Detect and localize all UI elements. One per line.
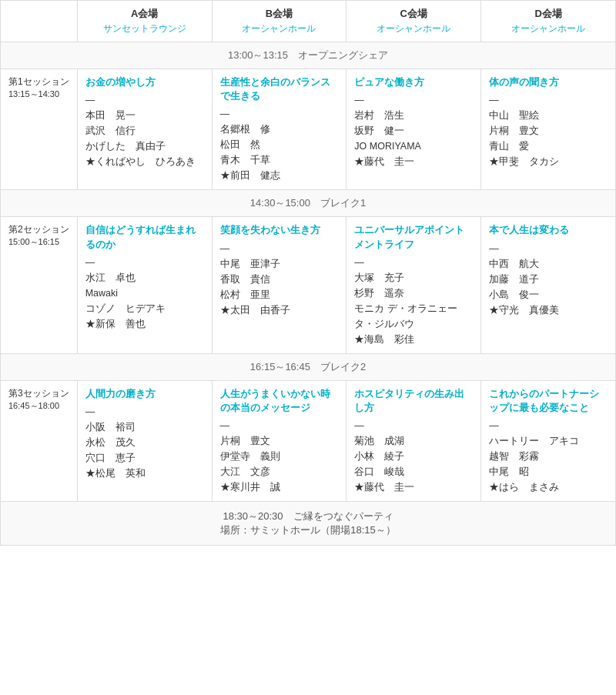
session1-d-title: 体の声の聞き方	[489, 75, 608, 89]
session3-d-speakers: — ハートリー アキコ 越智 彩霧 中尾 昭 ★はら まさみ	[489, 418, 608, 495]
venue-d-label: D会場	[534, 8, 561, 19]
header-empty	[1, 1, 78, 42]
session3-c-title: ホスピタリティの生み出し方	[354, 387, 473, 415]
session1-d-speakers: — 中山 聖絵 片桐 豊文 青山 愛 ★甲斐 タカシ	[489, 92, 608, 169]
speaker-star: ★前田 健志	[220, 168, 339, 183]
session1-label: 第1セッション 13:15～14:30	[1, 69, 78, 190]
session1-d: 体の声の聞き方 — 中山 聖絵 片桐 豊文 青山 愛 ★甲斐 タカシ	[481, 69, 616, 190]
header-venue-c: C会場 オーシャンホール	[346, 1, 481, 42]
venue-b-label: B会場	[266, 8, 293, 19]
session2-a-title: 自信はどうすれば生まれるのか	[85, 223, 204, 251]
speaker-dash: —	[489, 418, 608, 433]
venue-a-label: A会場	[131, 8, 158, 19]
speaker: 坂野 健一	[354, 123, 473, 139]
session2-d-title: 本で人生は変わる	[489, 223, 608, 237]
speaker: 永松 茂久	[85, 435, 204, 450]
speaker: 岩村 浩生	[354, 108, 473, 123]
header-venue-a: A会場 サンセットラウンジ	[77, 1, 212, 42]
venue-b-sub: オーシャンホール	[220, 22, 339, 35]
speaker: 松村 亜里	[220, 287, 339, 302]
speaker-dash: —	[85, 255, 204, 270]
speaker-dash: —	[85, 404, 204, 419]
session2-c-speakers: — 大塚 充子 杉野 遥奈 モニカ デ・オラニェータ・ジルバウ ★海島 彩佳	[354, 255, 473, 347]
session1-c-speakers: — 岩村 浩生 坂野 健一 JO MORIYAMA ★藤代 圭一	[354, 92, 473, 169]
session2-a: 自信はどうすれば生まれるのか — 水江 卓也 Mawaki コゾノ ヒデアキ ★…	[77, 217, 212, 353]
speaker-star: ★藤代 圭一	[354, 154, 473, 169]
speaker: コゾノ ヒデアキ	[85, 301, 204, 316]
speaker: 本田 晃一	[85, 108, 204, 123]
speaker: 伊堂寺 義則	[220, 449, 339, 464]
venue-c-label: C会場	[400, 8, 427, 19]
session3-a-title: 人間力の磨き方	[85, 387, 204, 401]
session3-b-title: 人生がうまくいかない時の本当のメッセージ	[220, 387, 339, 415]
speaker: 大江 文彦	[220, 464, 339, 479]
speaker-star: ★藤代 圭一	[354, 479, 473, 495]
speaker-star: ★守光 真優美	[489, 302, 608, 318]
session1-time: 13:15～14:30	[8, 89, 69, 100]
speaker-star: ★はら まさみ	[489, 479, 608, 495]
speaker: 谷口 峻哉	[354, 464, 473, 479]
session1-b-title: 生産性と余白のバランスで生きる	[220, 75, 339, 103]
speaker: 小島 俊一	[489, 287, 608, 302]
footer: 18:30～20:30 ご縁をつなぐパーティ 場所：サミットホール（開場18:1…	[1, 502, 616, 546]
speaker: 香取 貴信	[220, 272, 339, 287]
speaker: かげした 真由子	[85, 139, 204, 154]
break1-row: 14:30～15:00 ブレイク1	[1, 190, 616, 217]
speaker: 片桐 豊文	[489, 123, 608, 139]
speaker: Mawaki	[85, 286, 204, 301]
speaker-star: ★寒川井 誠	[220, 479, 339, 495]
speaker-star: ★くればやし ひろあき	[85, 154, 204, 169]
speaker-star: ★甲斐 タカシ	[489, 154, 608, 169]
speaker: 加藤 道子	[489, 272, 608, 287]
speaker: 菊池 成湖	[354, 433, 473, 449]
session1-b: 生産性と余白のバランスで生きる — 名郷根 修 松田 然 青木 千草 ★前田 健…	[212, 69, 346, 190]
session3-c-speakers: — 菊池 成湖 小林 綾子 谷口 峻哉 ★藤代 圭一	[354, 418, 473, 495]
session2-d: 本で人生は変わる — 中西 航大 加藤 道子 小島 俊一 ★守光 真優美	[481, 217, 616, 353]
speaker: JO MORIYAMA	[354, 139, 473, 154]
session2-c-title: ユニバーサルアポイントメントライフ	[354, 223, 473, 251]
speaker-dash: —	[489, 241, 608, 256]
session1-a-title: お金の増やし方	[85, 75, 204, 89]
speaker-dash: —	[220, 106, 339, 122]
speaker: 武沢 信行	[85, 123, 204, 139]
break2-text: 16:15～16:45 ブレイク2	[250, 361, 366, 373]
session2-d-speakers: — 中西 航大 加藤 道子 小島 俊一 ★守光 真優美	[489, 241, 608, 318]
speaker: 水江 卓也	[85, 270, 204, 286]
speaker: 青木 千草	[220, 152, 339, 168]
session3-b: 人生がうまくいかない時の本当のメッセージ — 片桐 豊文 伊堂寺 義則 大江 文…	[212, 380, 346, 501]
header-venue-b: B会場 オーシャンホール	[212, 1, 346, 42]
speaker: 松田 然	[220, 137, 339, 152]
break2-row: 16:15～16:45 ブレイク2	[1, 353, 616, 380]
speaker: 中尾 昭	[489, 464, 608, 479]
speaker-star: ★海島 彩佳	[354, 332, 473, 347]
header-venue-d: D会場 オーシャンホール	[481, 1, 616, 42]
speaker: 大塚 充子	[354, 270, 473, 286]
session2-time: 15:00～16:15	[8, 236, 69, 248]
venue-a-sub: サンセットラウンジ	[85, 22, 204, 35]
session3-a: 人間力の磨き方 — 小阪 裕司 永松 茂久 穴口 恵子 ★松尾 英和	[77, 380, 212, 501]
speaker-dash: —	[354, 418, 473, 433]
speaker: 小林 綾子	[354, 449, 473, 464]
speaker-star: ★松尾 英和	[85, 466, 204, 481]
venue-c-sub: オーシャンホール	[354, 22, 473, 35]
speaker: ハートリー アキコ	[489, 433, 608, 449]
session3-d-title: これからのパートナーシップに最も必要なこと	[489, 387, 608, 415]
session3-label: 第3セッション 16:45～18:00	[1, 380, 78, 501]
session2-label-text: 第2セッション	[8, 223, 69, 236]
session2-b-title: 笑顔を失わない生き方	[220, 223, 339, 237]
speaker: 青山 愛	[489, 139, 608, 154]
venue-d-sub: オーシャンホール	[489, 22, 608, 35]
opening-break-text: 13:00～13:15 オープニングシェア	[228, 49, 388, 61]
session2-b-speakers: — 中尾 亜津子 香取 貴信 松村 亜里 ★太田 由香子	[220, 241, 339, 318]
session1-a: お金の増やし方 — 本田 晃一 武沢 信行 かげした 真由子 ★くればやし ひろ…	[77, 69, 212, 190]
speaker-dash: —	[85, 92, 204, 108]
speaker: 片桐 豊文	[220, 433, 339, 449]
speaker-star: ★新保 善也	[85, 316, 204, 332]
speaker: モニカ デ・オラニェータ・ジルバウ	[354, 301, 473, 332]
speaker-dash: —	[220, 241, 339, 256]
break1-text: 14:30～15:00 ブレイク1	[250, 197, 366, 209]
opening-break: 13:00～13:15 オープニングシェア	[1, 42, 616, 69]
session3-c: ホスピタリティの生み出し方 — 菊池 成湖 小林 綾子 谷口 峻哉 ★藤代 圭一	[346, 380, 481, 501]
speaker-dash: —	[354, 255, 473, 270]
session1-label-text: 第1セッション	[8, 75, 69, 89]
